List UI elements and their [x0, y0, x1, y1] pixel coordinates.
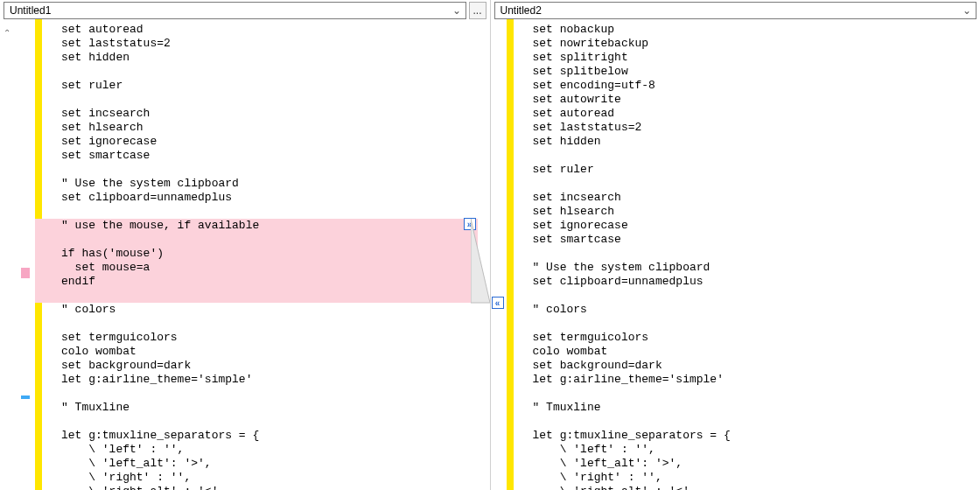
code-line: set hidden	[507, 135, 981, 149]
chevron-down-icon[interactable]: ⌄	[960, 3, 974, 18]
code-line: let g:airline_theme='simple'	[35, 373, 478, 387]
code-line	[35, 93, 478, 107]
code-line: set smartcase	[507, 233, 981, 247]
code-line: " Tmuxline	[35, 401, 478, 415]
code-line: endif	[35, 275, 478, 289]
code-line: " use the mouse, if available	[35, 219, 478, 233]
code-line: set hlsearch	[507, 205, 981, 219]
ellipsis-icon: ...	[472, 4, 481, 17]
code-line: set autoread	[35, 23, 478, 37]
code-line: \ 'left_alt': '>',	[35, 457, 478, 471]
left-file-title: Untitled1	[10, 4, 450, 17]
code-line	[35, 317, 478, 331]
left-text-area[interactable]: set autoreadset laststatus=2set hiddense…	[35, 19, 478, 490]
code-line: \ 'right' : '',	[507, 471, 981, 485]
code-line: set clipboard=unnamedplus	[507, 275, 981, 289]
code-line: set ruler	[35, 79, 478, 93]
left-scroll-strip[interactable]	[478, 19, 490, 490]
right-file-combo[interactable]: Untitled2 ⌄	[494, 2, 977, 19]
code-line: set encoding=utf-8	[507, 79, 981, 93]
code-line: set incsearch	[35, 107, 478, 121]
code-line: set nobackup	[507, 23, 981, 37]
code-line	[35, 65, 478, 79]
code-line: set autoread	[507, 107, 981, 121]
right-code-lines: set nobackupset nowritebackupset splitri…	[507, 23, 981, 490]
code-line: " Tmuxline	[507, 401, 981, 415]
code-line: set laststatus=2	[35, 37, 478, 51]
code-line: \ 'left' : '',	[35, 443, 478, 457]
code-line	[35, 205, 478, 219]
code-line: set ignorecase	[507, 219, 981, 233]
code-line: let g:tmuxline_separators = {	[507, 429, 981, 443]
diff-root: Untitled1 ⌄ ... ⌃ set autoreadset lastst…	[0, 0, 980, 490]
left-fold-gutter[interactable]: ⌃	[0, 19, 19, 490]
code-line: set hidden	[35, 51, 478, 65]
right-header: Untitled2 ⌄	[491, 0, 981, 19]
code-line: " colors	[35, 303, 478, 317]
code-line	[507, 177, 981, 191]
right-body: « set nobackupset nowritebackupset split…	[491, 19, 981, 490]
code-line	[35, 163, 478, 177]
code-line: " colors	[507, 303, 981, 317]
left-browse-button[interactable]: ...	[469, 2, 486, 19]
code-line	[507, 317, 981, 331]
left-pane: Untitled1 ⌄ ... ⌃ set autoreadset lastst…	[0, 0, 490, 490]
right-overview-strip[interactable]: «	[491, 19, 507, 490]
chevron-up-icon[interactable]: ⌃	[4, 28, 10, 38]
left-body: ⌃ set autoreadset laststatus=2set hidden…	[0, 19, 490, 490]
diff-connector	[471, 19, 490, 490]
code-line: colo wombat	[35, 345, 478, 359]
code-line: set mouse=a	[35, 261, 478, 275]
code-line: set ruler	[507, 163, 981, 177]
right-pane: Untitled2 ⌄ « set nobackupset nowritebac…	[491, 0, 981, 490]
code-line: \ 'left_alt': '>',	[507, 457, 981, 471]
left-code-lines: set autoreadset laststatus=2set hiddense…	[35, 23, 478, 490]
code-line: set hlsearch	[35, 121, 478, 135]
code-line: set autowrite	[507, 93, 981, 107]
code-line	[35, 387, 478, 401]
code-line: set clipboard=unnamedplus	[35, 191, 478, 205]
code-line: \ 'right alt' : '<',	[35, 485, 478, 490]
code-line: set splitbelow	[507, 65, 981, 79]
code-line	[507, 289, 981, 303]
code-line: let g:tmuxline_separators = {	[35, 429, 478, 443]
left-header: Untitled1 ⌄ ...	[0, 0, 490, 19]
code-line: set splitright	[507, 51, 981, 65]
code-line: set termguicolors	[507, 331, 981, 345]
code-line: set background=dark	[35, 359, 478, 373]
code-line: \ 'right alt' : '<',	[507, 485, 981, 490]
code-line: set nowritebackup	[507, 37, 981, 51]
code-line	[507, 149, 981, 163]
code-line: let g:airline_theme='simple'	[507, 373, 981, 387]
move-left-icon[interactable]: «	[492, 297, 504, 309]
code-line	[35, 289, 478, 303]
code-line: " Use the system clipboard	[35, 177, 478, 191]
code-line	[507, 415, 981, 429]
code-line: if has('mouse')	[35, 247, 478, 261]
code-line	[507, 247, 981, 261]
code-line: set termguicolors	[35, 331, 478, 345]
right-text-area[interactable]: set nobackupset nowritebackupset splitri…	[507, 19, 981, 490]
code-line	[507, 387, 981, 401]
code-line: set smartcase	[35, 149, 478, 163]
code-line	[35, 233, 478, 247]
overview-cursor-marker	[21, 396, 30, 399]
chevron-down-icon[interactable]: ⌄	[450, 3, 464, 18]
code-line: " Use the system clipboard	[507, 261, 981, 275]
code-line: set laststatus=2	[507, 121, 981, 135]
overview-diff-marker[interactable]	[21, 268, 30, 278]
code-line: \ 'left' : '',	[507, 443, 981, 457]
code-line: set incsearch	[507, 191, 981, 205]
code-line: set ignorecase	[35, 135, 478, 149]
left-overview-strip[interactable]	[19, 19, 35, 490]
left-file-combo[interactable]: Untitled1 ⌄	[4, 2, 466, 19]
right-file-title: Untitled2	[500, 4, 961, 17]
code-line: \ 'right' : '',	[35, 471, 478, 485]
code-line: colo wombat	[507, 345, 981, 359]
code-line: set background=dark	[507, 359, 981, 373]
code-line	[35, 415, 478, 429]
